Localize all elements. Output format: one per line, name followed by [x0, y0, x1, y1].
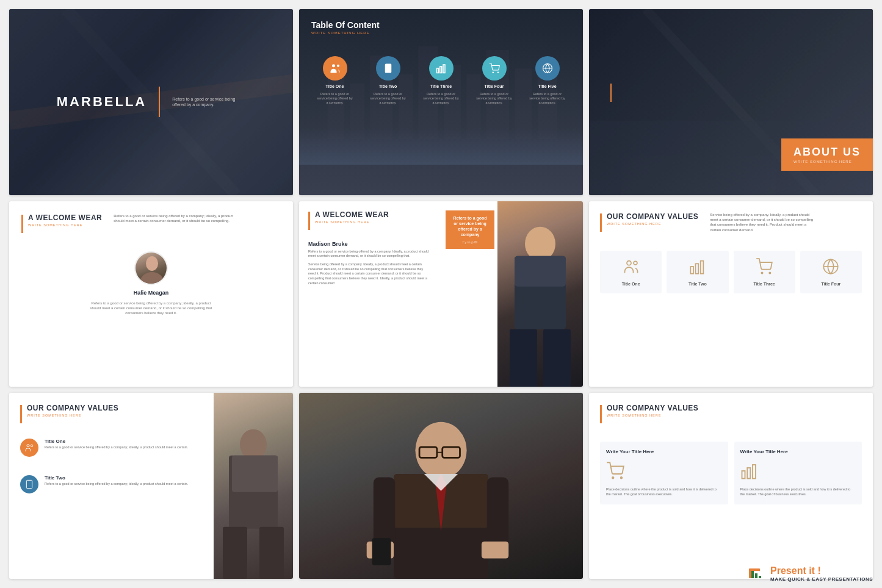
- svg-rect-67: [753, 465, 756, 479]
- svg-rect-71: [755, 573, 757, 578]
- svg-point-37: [761, 273, 762, 274]
- value-box-1: Title One: [600, 251, 662, 293]
- toc-item-3: Title Three Refers to a good or service …: [423, 56, 460, 105]
- svg-point-41: [27, 445, 29, 447]
- value-icon-2: [689, 258, 706, 278]
- value-card-1-title: Write Your Title Here: [606, 449, 722, 454]
- slide-1-subtitle: Refers to a good or service being offere…: [172, 96, 245, 109]
- toc-item-4: Title Four Refers to a good or service b…: [476, 56, 513, 105]
- slide-6-desc: Service being offered by a company. Idea…: [710, 212, 814, 233]
- slide-9-header: OUR COMPANY VALUES WRITE SOMETHING HERE: [600, 404, 862, 423]
- svg-rect-16: [436, 68, 438, 73]
- svg-point-25: [146, 256, 158, 271]
- person-desc-5a: Refers to a good or service being offere…: [308, 249, 430, 259]
- present-it-icon: [748, 564, 767, 583]
- slide-7-title: OUR COMPANY VALUES: [27, 404, 118, 412]
- value-label-4: Title Four: [821, 282, 840, 286]
- toc-label-5: Title Five: [538, 84, 556, 88]
- orange-accent-9: [600, 405, 602, 423]
- slide-5-welcome-photo: A WELCOME WEAR WRITE SOMETHING HERE Madi…: [299, 201, 583, 387]
- value-label-3: Title Three: [753, 282, 775, 286]
- value-card-2-desc: Place decisions outline where the produc…: [740, 487, 856, 497]
- toc-icons: Title One Refers to a good or service be…: [299, 47, 583, 111]
- value-card-2: Write Your Title Here Place decisions ou…: [734, 442, 862, 504]
- value-label-2: Title Two: [689, 282, 707, 286]
- about-title: ABOUT US: [793, 146, 861, 159]
- svg-rect-31: [543, 329, 571, 387]
- values-two-col: Write Your Title Here Place decisions ou…: [600, 442, 862, 504]
- value-icon-1: [623, 258, 640, 278]
- badge-icons: f y in p ✉: [452, 240, 488, 244]
- svg-point-13: [336, 65, 339, 67]
- person-desc-5b: Service being offered by a company. Idea…: [308, 262, 430, 285]
- person-desc-4: Refers to a good or service being offere…: [90, 301, 212, 316]
- svg-rect-36: [701, 261, 704, 274]
- value-list-item-1: Title One Refers to a good or service be…: [20, 439, 203, 457]
- slide-6-title: OUR COMPANY VALUES: [607, 212, 698, 221]
- slide-7-photo: [214, 393, 293, 579]
- slide-5-header-text: A WELCOME WEAR WRITE SOMETHING HERE: [315, 210, 389, 224]
- svg-rect-61: [372, 539, 391, 565]
- toc-desc-3: Refers to a good or service being offere…: [423, 92, 460, 105]
- svg-rect-72: [759, 576, 761, 578]
- toc-label-3: Title Three: [430, 84, 452, 88]
- slide-9-values-cards: OUR COMPANY VALUES WRITE SOMETHING HERE …: [589, 393, 873, 579]
- slide-6-header: OUR COMPANY VALUES WRITE SOMETHING HERE …: [600, 212, 862, 233]
- toc-desc-4: Refers to a good or service being offere…: [476, 92, 513, 105]
- value-item-2-desc: Refers to a good or service being offere…: [45, 482, 188, 487]
- value-item-2-text: Title Two Refers to a good or service be…: [45, 475, 188, 487]
- svg-rect-18: [443, 65, 445, 73]
- toc-icon-3: [429, 56, 454, 81]
- slide-9-header-text: OUR COMPANY VALUES WRITE SOMETHING HERE: [607, 404, 698, 417]
- toc-label-4: Title Four: [485, 84, 504, 88]
- orange-accent-4: [21, 215, 23, 233]
- slide-8-photo: [299, 393, 583, 579]
- svg-rect-49: [232, 456, 278, 492]
- avatar-img: [136, 253, 167, 284]
- svg-point-38: [769, 273, 770, 274]
- values-icons-grid: Title One Title Two Title Three: [600, 251, 862, 293]
- slide-5-title: A WELCOME WEAR: [315, 210, 389, 219]
- value-circle-1: [20, 439, 38, 457]
- slide-7-header: OUR COMPANY VALUES WRITE SOMETHING HERE: [20, 404, 203, 423]
- slide-4-header-text: A WELCOME WEAR WRITE SOMETHING HERE: [28, 213, 102, 227]
- person-name-4: Halie Meagan: [134, 290, 169, 296]
- branding-tagline: MAKE QUICK & EASY PRESENTATIONS: [770, 576, 873, 582]
- value-list-item-2: Title Two Refers to a good or service be…: [20, 475, 203, 493]
- branding-name: Present it !: [770, 565, 873, 576]
- svg-rect-48: [259, 527, 284, 579]
- svg-rect-34: [690, 267, 693, 274]
- slide-4-sub: WRITE SOMETHING HERE: [28, 223, 102, 227]
- slide-2-toc: Table Of Content WRITE SOMETHING HERE Ti…: [299, 9, 583, 195]
- value-box-2: Title Two: [667, 251, 728, 293]
- toc-title: Table Of Content: [311, 20, 571, 30]
- slide-4-header: A WELCOME WEAR WRITE SOMETHING HERE Refe…: [21, 213, 281, 233]
- toc-desc-1: Refers to a good or service being offere…: [317, 92, 353, 105]
- value-card-2-title: Write Your Title Here: [740, 449, 856, 454]
- toc-item-5: Title Five Refers to a good or service b…: [529, 56, 566, 105]
- slide-4-title: A WELCOME WEAR: [28, 213, 102, 222]
- svg-rect-47: [223, 527, 247, 579]
- slide-4-welcome: A WELCOME WEAR WRITE SOMETHING HERE Refe…: [9, 201, 293, 387]
- toc-desc-2: Refers to a good or service being offere…: [370, 92, 407, 105]
- svg-rect-43: [26, 481, 32, 489]
- toc-icon-4: [482, 56, 507, 81]
- svg-point-64: [621, 477, 623, 479]
- svg-rect-58: [374, 478, 395, 545]
- value-item-2-title: Title Two: [45, 475, 188, 481]
- slide-grid: MARBELLA Refers to a good or service bei…: [0, 0, 882, 588]
- svg-point-42: [31, 445, 32, 446]
- value-card-2-icon: [740, 462, 856, 484]
- slide-7-header-text: OUR COMPANY VALUES WRITE SOMETHING HERE: [27, 404, 118, 417]
- value-box-3: Title Three: [734, 251, 795, 293]
- value-item-1-title: Title One: [45, 439, 188, 444]
- value-card-1-icon: [606, 462, 722, 484]
- toc-item-2: Title Two Refers to a good or service be…: [370, 56, 407, 105]
- value-icon-4: [822, 258, 839, 278]
- slide-8-bg: [299, 393, 583, 579]
- value-label-1: Title One: [622, 282, 640, 286]
- slide-6-sub: WRITE SOMETHING HERE: [607, 222, 698, 226]
- svg-point-27: [525, 226, 555, 260]
- svg-point-45: [240, 429, 267, 460]
- slide-3-accent-line: [610, 84, 612, 102]
